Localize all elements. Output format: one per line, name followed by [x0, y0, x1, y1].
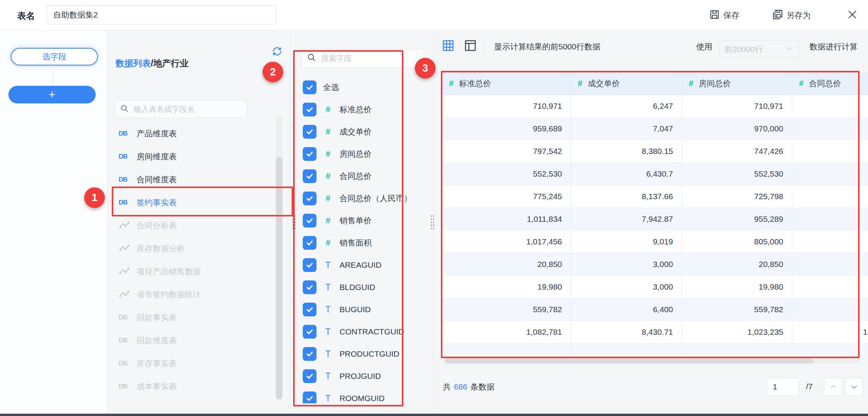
panel-resize-handle[interactable] — [430, 215, 435, 229]
row-limit-select[interactable]: 前20000行 — [719, 41, 799, 58]
field-row: TBLDGUID — [290, 276, 420, 298]
column-view-icon[interactable] — [463, 39, 477, 52]
database-table-icon: DB — [119, 199, 132, 206]
field-row: TAREAGUID — [290, 254, 420, 276]
table-list-item: 库存数据分析 — [108, 237, 276, 260]
close-button[interactable] — [847, 0, 858, 30]
table-cell — [571, 344, 682, 355]
field-checkbox[interactable] — [303, 236, 317, 250]
column-header[interactable]: #房间总价 — [682, 72, 792, 95]
number-type-icon: # — [799, 79, 804, 88]
table-cell — [792, 344, 868, 355]
table-cell: 552,530 — [442, 163, 571, 185]
field-name-text: BLDGUID — [339, 283, 375, 292]
save-as-icon — [772, 9, 783, 21]
table-list-item: DB库存事实表 — [108, 352, 276, 375]
field-checkbox[interactable] — [303, 214, 317, 228]
table-cell: 7,047 — [571, 118, 682, 140]
table-row: 797,5428,380.15747,426747,42 — [442, 140, 868, 163]
table-cell: 8,137.66 — [571, 185, 682, 208]
column-header[interactable]: #标准总价 — [442, 72, 571, 95]
refresh-icon[interactable] — [271, 46, 283, 57]
window-bottom-edge — [0, 414, 868, 416]
field-name-text: 成交单价 — [339, 126, 372, 137]
field-checkbox[interactable] — [303, 147, 317, 161]
calc-info: 数据进行计算 — [809, 41, 858, 52]
field-name-text: 标准总价 — [339, 104, 372, 115]
table-name-text: 签约事实表 — [137, 197, 177, 208]
field-name-text: 合同总价（人民币） — [339, 193, 412, 204]
column-header[interactable]: #成交单价 — [571, 72, 682, 95]
field-row: TPRODUCTGUID — [290, 343, 420, 365]
field-checkbox[interactable] — [303, 169, 317, 183]
table-cell: 20,85 — [792, 253, 868, 276]
field-search-input[interactable] — [320, 54, 419, 63]
next-page-button[interactable] — [845, 378, 863, 396]
select-all-row: 全选 — [290, 76, 420, 98]
table-name-text: 房间维度表 — [137, 151, 177, 162]
text-type-icon: T — [323, 305, 333, 315]
table-cell — [442, 344, 571, 355]
table-list-item[interactable]: DB签约事实表 — [108, 191, 276, 214]
column-header[interactable]: #合同总价 — [792, 72, 868, 95]
previous-page-button[interactable] — [824, 378, 842, 396]
table-search-input[interactable] — [133, 105, 242, 114]
save-as-button[interactable]: 另存为 — [772, 0, 811, 30]
save-icon — [709, 9, 720, 21]
toolbar-divider — [483, 37, 483, 56]
field-checkbox[interactable] — [303, 347, 317, 361]
table-name-text: 合同分析表 — [137, 220, 177, 231]
field-checkbox[interactable] — [303, 125, 317, 139]
field-checkbox[interactable] — [303, 369, 317, 383]
save-button[interactable]: 保存 — [709, 0, 739, 30]
table-name-text: 合同维度表 — [137, 174, 177, 185]
table-name-text: 库存数据分析 — [137, 243, 185, 254]
field-checkbox[interactable] — [303, 325, 317, 339]
row-count-text: 共686条数据 — [443, 382, 494, 392]
table-list-item[interactable]: DB房间维度表 — [108, 145, 276, 168]
table-header-row: #标准总价#成交单价#房间总价#合同总价 — [442, 72, 868, 95]
select-fields-label: 选字段 — [42, 51, 67, 62]
table-row: 710,9716,247710,971710,97 — [442, 95, 868, 118]
table-horizontal-scrollbar[interactable] — [444, 358, 858, 364]
database-table-icon: DB — [119, 383, 132, 390]
table-cell: 805,00 — [792, 231, 868, 253]
field-checkbox[interactable] — [303, 391, 317, 403]
row-limit-info: 显示计算结果的前5000行数据 — [494, 41, 600, 52]
column-header-text: 标准总价 — [459, 79, 491, 88]
field-checkbox[interactable] — [303, 280, 317, 294]
analysis-table-icon — [119, 290, 132, 299]
table-cell: 1,023,235 — [682, 321, 792, 344]
field-search-box — [302, 49, 424, 67]
table-cell: 797,542 — [442, 140, 571, 163]
table-list-item[interactable]: DB合同维度表 — [108, 168, 276, 191]
table-cell: 710,971 — [682, 95, 792, 118]
dataset-canvas-panel: 选字段 + — [0, 30, 108, 414]
table-search-box — [115, 100, 247, 118]
field-row: #销售单价 — [290, 210, 420, 232]
table-cell: 3,000 — [571, 253, 682, 276]
field-checkbox[interactable] — [303, 258, 317, 272]
select-all-checkbox[interactable] — [303, 80, 317, 94]
field-checkbox[interactable] — [303, 192, 317, 205]
field-name-text: AREAGUID — [339, 260, 382, 270]
text-type-icon: T — [323, 260, 333, 270]
panel-resize-handle[interactable] — [292, 215, 296, 229]
add-step-button[interactable]: + — [8, 86, 96, 103]
grid-view-icon[interactable] — [441, 39, 455, 52]
table-list-item[interactable]: DB产品维度表 — [108, 122, 276, 145]
table-name-input[interactable] — [47, 5, 276, 25]
table-list-scrollbar[interactable] — [276, 116, 282, 400]
page-number-input[interactable] — [767, 378, 799, 396]
table-row: 19,9803,00019,98019,98 — [442, 276, 868, 298]
save-button-label: 保存 — [723, 10, 739, 21]
table-row: 1,011,8347,942.87955,289955,28 — [442, 208, 868, 231]
table-cell: 710,97 — [792, 95, 868, 118]
table-name-text: 回款事实表 — [137, 312, 177, 323]
breadcrumb-data-list[interactable]: 数据列表 — [116, 58, 151, 68]
table-cell: 8,380.15 — [571, 140, 682, 163]
field-checkbox[interactable] — [303, 103, 317, 116]
field-checkbox[interactable] — [303, 303, 317, 316]
database-table-icon: DB — [119, 360, 132, 367]
select-fields-node[interactable]: 选字段 — [11, 48, 98, 66]
